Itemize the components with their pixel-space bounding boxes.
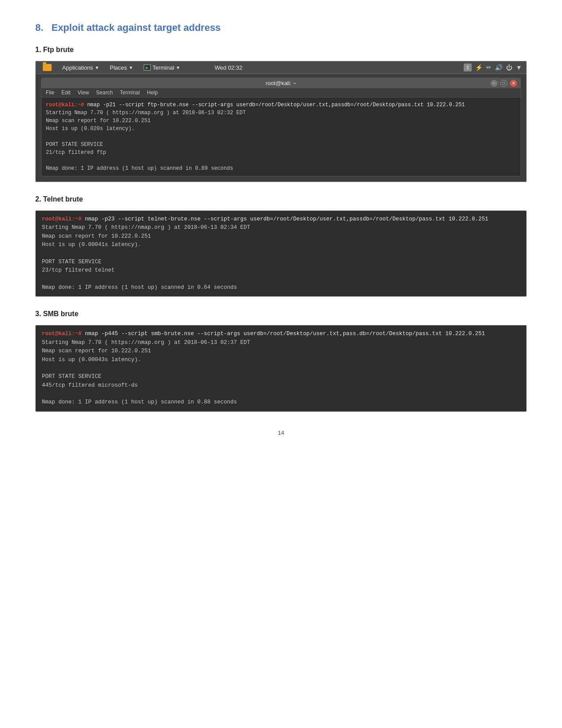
smb-terminal-body[interactable]: root@kali:~# nmap -p445 --script smb-bru… — [36, 325, 526, 411]
taskbar-icon-1: ⚡ — [475, 64, 483, 71]
telnet-out-5: PORT STATE SERVICE — [42, 258, 520, 266]
smb-out-1: Starting Nmap 7.70 ( https://nmap.org ) … — [42, 339, 520, 347]
smb-out-4 — [42, 364, 520, 373]
ftp-prompt-1: root@kali:~# — [46, 102, 84, 108]
taskbar-num: 1 — [464, 63, 472, 71]
smb-prompt-1: root@kali:~# — [42, 331, 82, 337]
menu-view[interactable]: View — [78, 90, 89, 96]
section-number: 8. — [35, 22, 43, 33]
maximize-button[interactable]: □ — [500, 80, 507, 87]
applications-arrow: ▼ — [95, 65, 99, 70]
ftp-out-7 — [46, 157, 516, 164]
smb-terminal-wrapper: root@kali:~# nmap -p445 --script smb-bru… — [35, 325, 527, 411]
smb-out-2: Nmap scan report for 10.222.0.251 — [42, 347, 520, 355]
smb-out-3: Host is up (0.00043s latency). — [42, 356, 520, 364]
minimize-button[interactable]: − — [491, 80, 498, 87]
smb-out-6: 445/tcp filtered microsoft-ds — [42, 381, 520, 390]
ftp-out-8: Nmap done: 1 IP address (1 host up) scan… — [46, 164, 516, 172]
ftp-out-1: Starting Nmap 7.70 ( https://nmap.org ) … — [46, 109, 516, 117]
page-number: 14 — [35, 429, 527, 436]
telnet-terminal-body[interactable]: root@kali:~# nmap -p23 --script telnet-b… — [36, 211, 526, 296]
taskbar-icon-2: ✏ — [486, 64, 491, 71]
terminal-title-text: root@kali: ~ — [266, 80, 297, 86]
smb-out-7 — [42, 390, 520, 398]
terminal-icon: ▶ — [144, 64, 151, 71]
telnet-out-8: Nmap done: 1 IP address (1 host up) scan… — [42, 284, 520, 292]
taskbar-folder-icon[interactable] — [40, 63, 54, 72]
menu-terminal[interactable]: Terminal — [120, 90, 140, 96]
places-label: Places — [110, 64, 127, 71]
folder-icon — [43, 64, 52, 71]
taskbar-terminal[interactable]: ▶ Terminal ▼ — [141, 63, 183, 72]
menu-search[interactable]: Search — [96, 90, 113, 96]
subsection-telnet-title: 2. Telnet brute — [35, 195, 527, 203]
smb-line-1: root@kali:~# nmap -p445 --script smb-bru… — [42, 330, 520, 338]
ftp-out-3: Host is up (0.020s latency). — [46, 125, 516, 133]
telnet-out-2: Nmap scan report for 10.222.0.251 — [42, 232, 520, 241]
telnet-out-3: Host is up (0.00041s latency). — [42, 241, 520, 249]
menu-help[interactable]: Help — [147, 90, 158, 96]
taskbar-applications[interactable]: Applications ▼ — [60, 63, 102, 72]
section-title-text: Exploit attack against target address — [52, 22, 221, 33]
ftp-out-4 — [46, 133, 516, 141]
smb-out-8: Nmap done: 1 IP address (1 host up) scan… — [42, 398, 520, 407]
telnet-out-1: Starting Nmap 7.70 ( https://nmap.org ) … — [42, 224, 520, 232]
terminal-menubar: File Edit View Search Terminal Help — [41, 88, 521, 97]
taskbar-icon-4: ⏻ — [506, 64, 512, 71]
smb-out-5: PORT STATE SERVICE — [42, 373, 520, 381]
clock-time: Wed 02:32 — [215, 64, 242, 71]
ftp-terminal-wrapper: Applications ▼ Places ▼ ▶ Terminal ▼ Wed… — [35, 61, 527, 182]
taskbar-right: 1 ⚡ ✏ 🔊 ⏻ ▼ — [464, 63, 522, 71]
taskbar: Applications ▼ Places ▼ ▶ Terminal ▼ Wed… — [36, 61, 526, 74]
ftp-terminal-window: root@kali: ~ − □ ✕ File Edit View Search… — [41, 78, 521, 176]
telnet-line-1: root@kali:~# nmap -p23 --script telnet-b… — [42, 215, 520, 224]
telnet-terminal-wrapper: root@kali:~# nmap -p23 --script telnet-b… — [35, 210, 527, 297]
telnet-out-4 — [42, 250, 520, 258]
taskbar-icon-3: 🔊 — [495, 64, 502, 71]
ftp-out-5: PORT STATE SERVICE — [46, 141, 516, 149]
ftp-cmd-1: nmap -p21 --script ftp-brute.nse --scrip… — [87, 102, 465, 108]
menu-file[interactable]: File — [46, 90, 54, 96]
ftp-out-2: Nmap scan report for 10.222.0.251 — [46, 117, 516, 125]
terminal-arrow: ▼ — [176, 65, 180, 70]
ftp-line-1: root@kali:~# nmap -p21 --script ftp-brut… — [46, 101, 516, 109]
places-arrow: ▼ — [129, 65, 133, 70]
telnet-prompt-1: root@kali:~# — [42, 216, 82, 222]
taskbar-places[interactable]: Places ▼ — [107, 63, 136, 72]
subsection-ftp-title: 1. Ftp brute — [35, 46, 527, 54]
terminal-label: Terminal — [153, 64, 174, 71]
taskbar-icon-5: ▼ — [516, 64, 522, 71]
terminal-titlebar: root@kali: ~ − □ ✕ — [41, 78, 521, 88]
close-button[interactable]: ✕ — [510, 80, 517, 87]
telnet-cmd-1: nmap -p23 --script telnet-brute.nse --sc… — [85, 216, 488, 222]
telnet-out-6: 23/tcp filtered telnet — [42, 266, 520, 275]
telnet-out-7 — [42, 275, 520, 284]
terminal-controls: − □ ✕ — [491, 80, 517, 87]
section-title: 8. Exploit attack against target address — [35, 22, 527, 34]
smb-cmd-1: nmap -p445 --script smb-brute.nse --scri… — [85, 331, 485, 337]
menu-edit[interactable]: Edit — [61, 90, 71, 96]
ftp-out-6: 21/tcp filtered ftp — [46, 149, 516, 157]
subsection-smb-title: 3. SMB brute — [35, 310, 527, 318]
taskbar-clock: Wed 02:32 — [215, 64, 242, 71]
ftp-terminal-body[interactable]: root@kali:~# nmap -p21 --script ftp-brut… — [41, 97, 521, 176]
applications-label: Applications — [62, 64, 93, 71]
